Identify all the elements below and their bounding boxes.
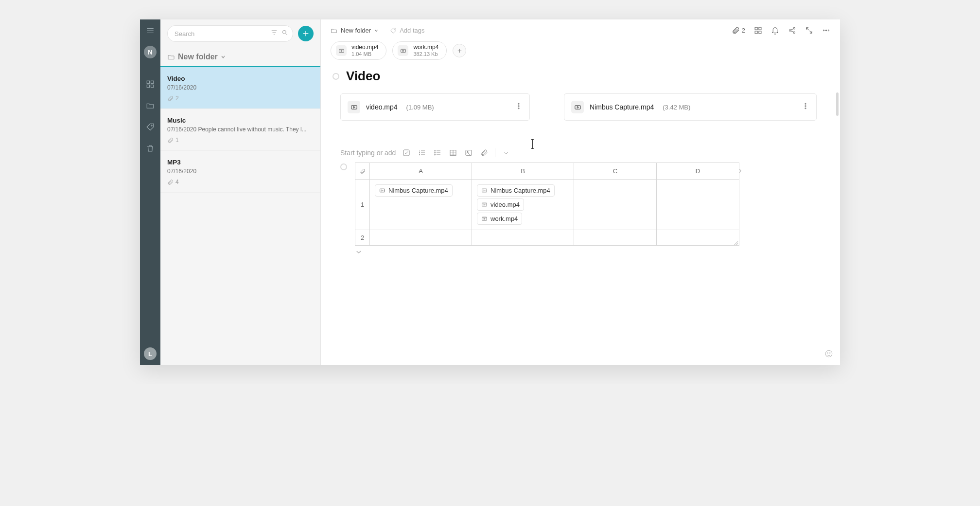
- nav-rail: N L: [140, 19, 160, 365]
- cell[interactable]: [657, 180, 739, 230]
- note-meta: 07/16/2020 People cannot live without mu…: [167, 126, 314, 133]
- cell[interactable]: [472, 230, 574, 246]
- col-header[interactable]: B: [472, 163, 574, 180]
- add-tags-button[interactable]: Add tags: [390, 27, 424, 34]
- note-item-music[interactable]: Music 07/16/2020 People cannot live with…: [160, 109, 320, 151]
- bell-icon[interactable]: [771, 26, 779, 35]
- file-token[interactable]: Nimbus Capture.mp4: [375, 184, 453, 197]
- cell[interactable]: Nimbus Capture.mp4: [370, 180, 472, 230]
- note-title: Video: [167, 75, 314, 82]
- file-card[interactable]: Nimbus Capture.mp4 (3.42 MB): [564, 93, 817, 121]
- note-meta: 07/16/2020: [167, 84, 314, 91]
- svg-point-6: [394, 29, 395, 30]
- attachment-chips: video.mp4 1.04 MB work.mp4 382.13 Kb: [321, 36, 840, 64]
- svg-rect-1: [151, 81, 154, 83]
- workspace-avatar[interactable]: N: [144, 46, 157, 58]
- note-title: MP3: [167, 159, 314, 166]
- svg-rect-2: [147, 85, 149, 88]
- row-header[interactable]: 2: [355, 230, 370, 246]
- col-header[interactable]: C: [574, 163, 657, 180]
- more-icon[interactable]: [822, 26, 830, 35]
- cell[interactable]: [657, 230, 739, 246]
- bulleted-list-icon[interactable]: [433, 148, 442, 158]
- file-token[interactable]: work.mp4: [477, 213, 522, 225]
- expand-icon[interactable]: [805, 26, 813, 35]
- cell[interactable]: [370, 230, 472, 246]
- svg-point-38: [825, 350, 832, 357]
- cell[interactable]: [574, 230, 657, 246]
- attachments-count[interactable]: 2: [732, 26, 745, 35]
- menu-icon[interactable]: [144, 24, 157, 37]
- svg-rect-34: [380, 189, 385, 193]
- attachment-chip[interactable]: video.mp4 1.04 MB: [331, 41, 386, 60]
- block-handle[interactable]: [340, 163, 347, 170]
- cell[interactable]: [574, 180, 657, 230]
- editor-placeholder[interactable]: Start typing or add: [340, 149, 396, 157]
- svg-rect-19: [351, 106, 356, 109]
- scrollbar[interactable]: [836, 92, 839, 116]
- folder-icon[interactable]: [144, 99, 157, 112]
- note-item-video[interactable]: Video 07/16/2020 2: [160, 67, 320, 109]
- add-column-button[interactable]: [738, 166, 742, 175]
- table-corner[interactable]: [355, 163, 370, 180]
- svg-point-39: [827, 353, 828, 354]
- trash-icon[interactable]: [144, 142, 157, 155]
- svg-rect-8: [759, 27, 761, 30]
- note-item-mp3[interactable]: MP3 07/16/2020 4: [160, 151, 320, 193]
- new-note-button[interactable]: [298, 26, 314, 41]
- tag-icon[interactable]: [144, 121, 157, 133]
- folder-select[interactable]: New folder: [160, 48, 320, 67]
- svg-point-21: [518, 106, 519, 107]
- add-attachment-button[interactable]: [453, 44, 466, 57]
- svg-point-24: [805, 104, 806, 105]
- spreadsheet[interactable]: A B C D 1 Nimbus Capture.mp: [355, 163, 739, 246]
- attach-icon[interactable]: [479, 148, 489, 158]
- text-caret: [532, 139, 533, 149]
- svg-point-20: [518, 104, 519, 105]
- video-icon: [348, 101, 360, 113]
- editor-pane: New folder Add tags 2: [321, 19, 840, 365]
- apps-icon[interactable]: [144, 78, 157, 90]
- grid-icon[interactable]: [754, 26, 762, 35]
- filter-icon[interactable]: [271, 29, 278, 38]
- row-header[interactable]: 1: [355, 180, 370, 230]
- note-attachment-count: 1: [167, 137, 314, 144]
- svg-rect-17: [339, 49, 344, 53]
- svg-rect-0: [147, 81, 149, 83]
- share-icon[interactable]: [788, 26, 796, 35]
- svg-rect-18: [401, 49, 406, 53]
- add-row-button[interactable]: [356, 247, 363, 252]
- note-title: Music: [167, 117, 314, 124]
- emoji-icon[interactable]: [824, 349, 833, 360]
- title-handle[interactable]: [332, 73, 339, 80]
- svg-point-22: [518, 108, 519, 109]
- svg-point-29: [435, 152, 436, 153]
- page-title[interactable]: Video: [346, 69, 380, 84]
- file-more-icon[interactable]: [515, 102, 523, 112]
- svg-rect-3: [151, 85, 154, 88]
- breadcrumb[interactable]: New folder: [331, 27, 378, 34]
- attachment-chip[interactable]: work.mp4 382.13 Kb: [392, 41, 447, 60]
- file-more-icon[interactable]: [802, 102, 809, 112]
- svg-point-15: [825, 30, 826, 31]
- note-list: Video 07/16/2020 2 Music 07/16/2020 Peop…: [160, 67, 320, 193]
- table-resize-handle[interactable]: [734, 239, 738, 248]
- svg-rect-7: [755, 27, 757, 30]
- col-header[interactable]: A: [370, 163, 472, 180]
- file-card[interactable]: video.mp4 (1.09 MB): [340, 93, 530, 121]
- folder-name: New folder: [178, 53, 218, 61]
- chevron-down-icon[interactable]: [501, 148, 511, 158]
- user-avatar[interactable]: L: [144, 347, 157, 360]
- app-window: N L: [140, 19, 840, 365]
- svg-rect-32: [466, 150, 472, 156]
- checkbox-icon[interactable]: [402, 148, 411, 158]
- numbered-list-icon[interactable]: [417, 148, 427, 158]
- search-icon[interactable]: [281, 29, 288, 38]
- col-header[interactable]: D: [657, 163, 739, 180]
- svg-point-26: [805, 108, 806, 109]
- image-icon[interactable]: [464, 148, 473, 158]
- file-token[interactable]: Nimbus Capture.mp4: [477, 184, 555, 197]
- file-token[interactable]: video.mp4: [477, 199, 524, 211]
- cell[interactable]: Nimbus Capture.mp4 video.mp4 work.mp4: [472, 180, 574, 230]
- table-icon[interactable]: [448, 148, 458, 158]
